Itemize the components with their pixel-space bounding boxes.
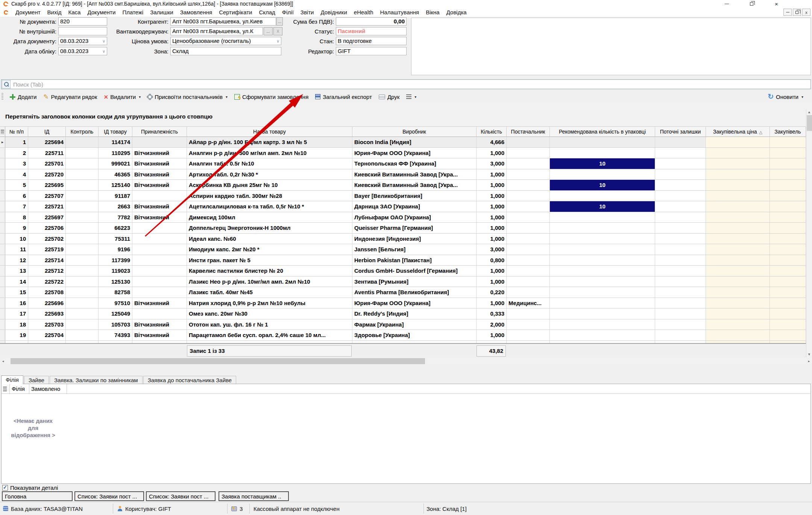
close-button[interactable]: × [768,0,785,8]
column-header-price2[interactable]: Закупівель [770,126,806,137]
zone-field[interactable]: Склад [170,47,281,55]
column-header-name[interactable]: Назва товару [187,126,352,137]
restore-button[interactable] [743,0,760,8]
detail-tab-4[interactable]: Заявка до постачальника Зайве [143,376,237,384]
notes-box[interactable] [411,18,811,75]
menu-item-9[interactable]: Склад [255,9,278,15]
print-button[interactable]: Друк [375,92,403,102]
table-row[interactable]: 422572046365ВітчизнянийАртихол табл. 0,2… [0,169,806,180]
table-row[interactable]: 17225693125049Омез капс. 20мг №30Dr. Red… [0,308,806,319]
table-row[interactable]: 18225703105703ВітчизнянийОтотон кап. уш.… [0,319,806,330]
detail-column-filia[interactable]: Філія [10,384,29,393]
column-header-origin[interactable]: Приналежність [132,126,187,137]
menu-item-10[interactable]: Філії [279,9,297,15]
column-header-stock[interactable]: Поточні залишки [655,126,706,137]
menu-item-3[interactable]: Каса [65,9,84,15]
menu-item-4[interactable]: Документи [84,9,119,15]
menu-item-16[interactable]: Довідка [443,9,470,15]
table-row[interactable]: 922570666223Доппельгерц Энерготоник-Н 10… [0,223,806,234]
table-row[interactable]: 112257199196Имодиум капс. 2мг №20 *Janss… [0,244,806,255]
mdi-close-button[interactable]: x [802,9,810,16]
table-row[interactable]: 2225711110295ВітчизнянийАналгин р-р д/ин… [0,148,806,159]
menu-item-7[interactable]: Замовлення [177,9,216,15]
group-panel[interactable]: Перетягніть заголовок колонки сюди для у… [0,102,812,126]
scroll-right-icon[interactable]: ▸ [806,358,812,365]
contractor-field[interactable]: Апт №003 пгт.Барышевка, ул.Киев [170,17,276,26]
scroll-up-icon[interactable]: ▲ [806,109,812,115]
grid-customize-icon[interactable] [0,126,5,137]
menu-item-2[interactable]: Вихід [44,9,65,15]
export-button[interactable]: Загальний експорт [312,92,375,102]
menu-item-12[interactable]: Довідники [317,9,350,15]
add-button[interactable]: Додати [6,92,40,102]
edit-row-button[interactable]: ✎ Редагувати рядок [40,92,100,102]
detail-tab-2[interactable]: Зайве [24,376,49,384]
search-bar[interactable]: Поиск (Tab) [1,79,811,89]
table-row[interactable]: 13225712119023Карвелис пастилки блистер … [0,266,806,276]
table-row[interactable]: 12225714117399Инсти гран. пакет № 5Herbi… [0,255,806,266]
table-row[interactable]: 82256977782ВітчизнянийДимексид 100млЛубн… [0,212,806,223]
consignee-field[interactable]: Апт №003 пгт.Барышевка, ул.К [170,27,263,35]
column-header-qty[interactable]: Кількість [477,126,507,137]
column-header-manufacturer[interactable]: Виробник [352,126,477,137]
table-row[interactable]: 14225722125130Лазикс Нео р-р д/ин. 10мг/… [0,276,806,287]
menu-item-13[interactable]: eHealth [351,9,377,15]
show-details-checkbox[interactable] [2,485,8,491]
detail-tab-3[interactable]: Заявка. Залишки по замінникам [50,376,143,384]
assign-suppliers-button[interactable]: Присвоїти постачальників ▾ [144,92,231,102]
column-header-control[interactable]: Контроль [66,126,99,137]
detail-tab-1[interactable]: Філія [1,375,23,384]
consignee-clear-button[interactable]: X [273,27,282,35]
column-header-recommended[interactable]: Рекомендована кількість в упаковці [550,126,655,137]
vertical-scrollbar[interactable]: ▲ ▼ [806,109,812,357]
column-header-n[interactable]: № п/п [5,126,28,137]
menu-item-5[interactable]: Платежі [119,9,147,15]
table-row[interactable]: 5225695125140ВітчизнянийАскорбинка КВ ды… [0,180,806,191]
doc-date-field[interactable]: ∨08.03.2023 [58,37,107,45]
minimize-button[interactable] [718,0,735,8]
horizontal-scroll-thumb[interactable] [11,358,425,364]
mdi-restore-button[interactable] [793,9,801,16]
window-button-4[interactable]: Заявка поставщикам .. [219,491,289,501]
grid-customize-icon[interactable] [2,384,10,393]
column-header-supplier[interactable]: Постачальник [507,126,550,137]
table-row[interactable]: 72257212663ВітчизнянийАцетилсалициловая … [0,201,806,212]
row-height-menu-button[interactable]: ▾ [403,92,420,102]
consignee-lookup-button[interactable]: ... [264,27,273,35]
table-row[interactable]: 3225701999021ВітчизнянийАналгин табл. 0.… [0,158,806,169]
scroll-down-icon[interactable]: ▼ [806,351,812,357]
menu-item-6[interactable]: Залишки [147,9,177,15]
delete-button[interactable]: × Видалити ▾ [100,92,144,102]
search-icon[interactable] [2,80,11,88]
table-row[interactable]: 1522570882758Лазикс табл. 40мг №45Aventi… [0,287,806,298]
refresh-button[interactable]: ↻ Оновити ▾ [764,92,807,102]
scroll-left-icon[interactable]: ◂ [0,358,6,365]
menu-item-14[interactable]: Налаштування [377,9,423,15]
doc-number-field[interactable]: 820 [58,17,107,26]
price-condition-select[interactable]: ∨Ценообразование (госпиталь) [170,37,281,45]
menu-item-11[interactable]: Звіти [297,9,317,15]
table-row[interactable]: 1922570474393ВітчизнянийПарацетамол беби… [0,330,806,341]
column-header-price[interactable]: Закупівельна ціна△ [706,126,770,137]
column-header-id[interactable]: ІД [28,126,66,137]
menu-item-1[interactable]: Документ [12,9,44,15]
account-date-field[interactable]: ∨08.03.2023 [58,47,107,55]
table-row[interactable]: 1022570275311Идеал капс. №60Индонезия [И… [0,234,806,245]
window-button-1[interactable]: Головна [2,491,73,501]
menu-item-8[interactable]: Сертифікати [216,9,255,15]
menu-item-15[interactable]: Вікна [422,9,443,15]
table-row[interactable]: 622570791187Аспирин кардио табл. 300мг №… [0,191,806,202]
detail-column-zamovleno[interactable]: Замовлено [29,384,67,393]
window-button-3[interactable]: Список: Заявки пост ... [146,491,216,501]
mdi-minimize-button[interactable] [783,9,792,16]
horizontal-scrollbar[interactable]: ◂ ▸ [0,358,812,365]
column-header-tid[interactable]: ІД товару [99,126,132,137]
table-row[interactable]: ▸1225694114174Айлар р-р д/ин. 100 ЕД/мл … [0,137,806,148]
chevron-down-icon[interactable]: ∨ [276,37,279,45]
vertical-scroll-thumb[interactable] [807,115,812,131]
toolbar-grip[interactable] [2,93,3,100]
form-order-button[interactable]: ϟ Сформувати замовлення [231,92,312,102]
table-row[interactable]: 1622569697510ВітчизнянийНатрия хлорид 0,… [0,298,806,309]
window-button-2[interactable]: Список: Заявки пост ... [74,491,144,501]
internal-number-field[interactable] [58,27,107,35]
